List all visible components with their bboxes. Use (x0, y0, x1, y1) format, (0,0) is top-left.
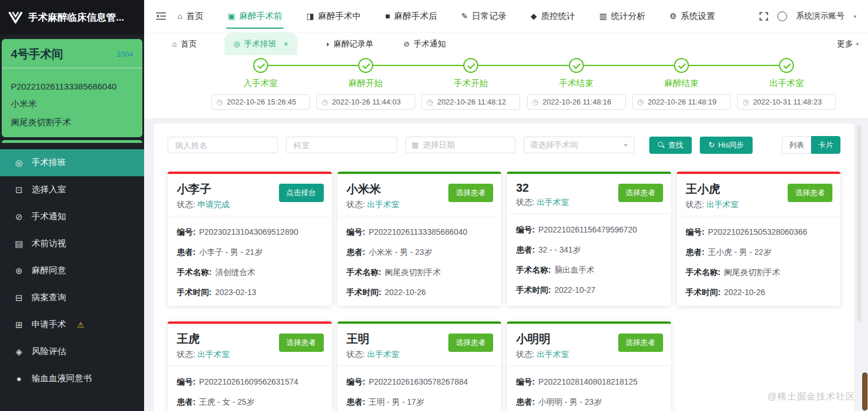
user-chevron-down-icon[interactable]: ▾ (854, 13, 857, 20)
patient-card: 32状态:出手术室选择患者编号:P202210261156479596720患者… (507, 172, 671, 306)
tab-home[interactable]: ⌂首页 (170, 33, 199, 55)
status-label: 状态: (177, 200, 195, 209)
sidebar-item-label: 申请手术 (32, 319, 66, 330)
sidebar-item-label: 病案查询 (32, 292, 66, 303)
nav-item-gear[interactable]: ⚙系统设置 (669, 0, 715, 33)
card-header: 32状态:出手术室选择患者 (507, 174, 671, 214)
window-scrollbar-thumb[interactable] (862, 373, 867, 410)
bell-off-icon: ⊘ (404, 40, 410, 48)
sidebar-item-label: 手术排班 (32, 157, 66, 168)
tab-close-icon[interactable]: × (284, 40, 288, 48)
step-check-icon (463, 58, 478, 73)
panel-scrollbar-thumb[interactable] (857, 125, 861, 321)
nav-item-label: 日常记录 (472, 11, 506, 22)
card-body: 编号:P202210261609562631574患者:王虎 - 女 - 25岁… (168, 366, 332, 411)
nav-item-stage-post[interactable]: ■麻醉手术后 (385, 0, 437, 33)
user-account[interactable]: 系统演示账号 (796, 11, 844, 21)
tabs-more-dropdown[interactable]: 更多 ▾ (837, 33, 859, 55)
card-header: 小李子状态:申请完成点击排台 (168, 174, 332, 216)
stage-post-icon: ■ (385, 11, 390, 21)
main-panel: ▦ 选择日期 请选择手术间 查找 ↻ His同步 列表 卡片 小李子状态:申请完… (154, 123, 854, 411)
card-header: 王明状态:出手术室选择患者 (338, 324, 502, 366)
tab-label: 手术排班 (244, 39, 276, 49)
step-time-value: 2022-10-26 15:26:45 (227, 98, 296, 106)
card-row-case-number: 编号:P202210281408018218125 (516, 377, 662, 387)
home-icon: ⌂ (172, 40, 177, 48)
user-avatar[interactable] (777, 11, 787, 21)
sidebar-item-apply[interactable]: ⊞申请手术⚠ (0, 311, 144, 338)
step-label: 麻醉结束 (664, 78, 699, 89)
step-time-input[interactable]: ◷2022-10-26 11:48:16 (527, 94, 626, 110)
card-action-button[interactable]: 点击排台 (279, 184, 324, 202)
navbar-right: 系统演示账号 ▾ (760, 11, 857, 21)
sidebar-item-risk[interactable]: ◈风险评估 (0, 338, 144, 365)
fullscreen-icon[interactable] (760, 12, 768, 21)
step-time-input[interactable]: ◷2022-10-31 11:48:23 (737, 94, 836, 110)
card-action-button[interactable]: 选择患者 (448, 334, 493, 352)
tab-compass[interactable]: ◎手术排班× (224, 33, 297, 55)
sidebar-item-consent[interactable]: ⊛麻醉同意 (0, 257, 144, 284)
sidebar-item-book-open[interactable]: ▤术前访视 (0, 230, 144, 257)
nav-item-stage-mid[interactable]: ◨麻醉手术中 (307, 0, 361, 33)
sidebar-item-bell-off[interactable]: ⊘手术通知 (0, 203, 144, 230)
nav-item-home[interactable]: ⌂首页 (177, 0, 203, 33)
clock-icon: ◷ (427, 98, 433, 106)
date-picker[interactable]: ▦ 选择日期 (405, 137, 516, 153)
card-row-patient-info: 患者:王明 - 男 - 17岁 (347, 397, 493, 408)
search-label: 查找 (668, 140, 683, 150)
room-panel[interactable]: 4号手术间 1004 P202210261133385686040小米米阑尾炎切… (2, 39, 142, 137)
timeline-step: 麻醉结束◷2022-10-26 11:48:19 (629, 55, 734, 118)
card-action-button[interactable]: 选择患者 (618, 184, 663, 202)
card-body: 编号:P202210261156479596720患者:32 - - 341岁手… (507, 214, 671, 304)
timeline-step: 出手术室◷2022-10-31 11:48:23 (734, 55, 839, 118)
blood-icon: ● (14, 374, 24, 383)
row-label: 编号: (177, 377, 196, 386)
archive-icon: ⊟ (14, 293, 24, 303)
step-time-input[interactable]: ◷2022-10-26 11:44:03 (316, 94, 415, 110)
patient-name-input[interactable] (168, 137, 278, 153)
step-time-input[interactable]: ◷2022-10-26 11:48:19 (632, 94, 731, 110)
card-row-case-number: 编号:P202210261156479596720 (516, 225, 662, 235)
row-value: 阑尾炎切割手术 (724, 267, 780, 277)
card-action-button[interactable]: 选择患者 (618, 334, 663, 352)
sidebar-item-door-enter[interactable]: ⊡选择入室 (0, 176, 144, 203)
card-header: 小米米状态:出手术室选择患者 (338, 174, 502, 216)
next-room-panel-edge[interactable] (2, 140, 142, 143)
nav-item-stage-pre[interactable]: ▣麻醉手术前 (227, 0, 282, 33)
step-time-input[interactable]: ◷2022-10-26 11:48:12 (421, 94, 520, 110)
row-value: P202210261133385686040 (369, 227, 467, 236)
search-icon (658, 142, 665, 149)
step-check-icon (253, 58, 268, 73)
nav-item-bar-chart[interactable]: ▥统计分析 (599, 0, 645, 33)
patient-card: 小明明状态:出手术室选择患者编号:P202210281408018218125患… (507, 321, 671, 411)
nav-item-bookmark[interactable]: ◆质控统计 (530, 0, 575, 33)
operating-room-select[interactable]: 请选择手术间 (524, 137, 634, 153)
tab-record[interactable]: ◑麻醉记录单 (323, 33, 376, 55)
row-value: P202210261156479596720 (538, 225, 637, 234)
nav-item-pencil[interactable]: ✎日常记录 (461, 0, 506, 33)
card-action-button[interactable]: 选择患者 (788, 184, 832, 202)
card-view-button[interactable]: 卡片 (811, 136, 840, 154)
tab-bell-off[interactable]: ⊘手术通知 (401, 33, 448, 55)
step-time-input[interactable]: ◷2022-10-26 15:26:45 (211, 94, 310, 110)
timeline-step: 麻醉开始◷2022-10-26 11:44:03 (313, 55, 418, 118)
sidebar-item-compass[interactable]: ◎手术排班 (0, 149, 144, 176)
compass-icon: ◎ (14, 158, 24, 168)
card-action-button[interactable]: 选择患者 (279, 334, 324, 352)
list-view-button[interactable]: 列表 (782, 136, 811, 154)
menu-fold-icon[interactable] (156, 12, 166, 20)
card-row-surgery-time: 手术时间:2022-10-26 (347, 288, 493, 298)
status-label: 状态: (686, 200, 704, 209)
row-label: 患者: (347, 397, 366, 406)
sidebar-item-archive[interactable]: ⊟病案查询 (0, 284, 144, 311)
search-button[interactable]: 查找 (649, 137, 692, 154)
sidebar-item-blood[interactable]: ●输血血液同意书 (0, 365, 144, 392)
card-row-surgery-name: 手术名称:阑尾炎切割手术 (347, 267, 493, 278)
his-sync-button[interactable]: ↻ His同步 (700, 137, 753, 154)
card-action-button[interactable]: 选择患者 (448, 184, 493, 202)
row-label: 手术时间: (686, 288, 721, 297)
sidebar-item-label: 输血血液同意书 (32, 373, 92, 384)
row-label: 手术名称: (347, 267, 382, 277)
step-time-value: 2022-10-26 11:44:03 (332, 98, 401, 106)
department-input[interactable] (286, 137, 397, 153)
